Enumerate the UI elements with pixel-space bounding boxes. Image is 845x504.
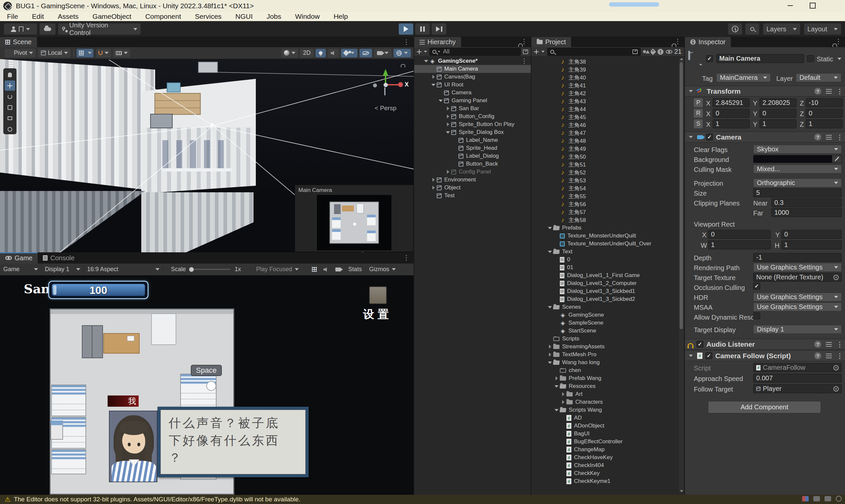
hierarchy-item-disabled[interactable]: Config Panel xyxy=(414,168,531,176)
snap-toggle[interactable] xyxy=(96,49,111,57)
rect-tool[interactable] xyxy=(5,113,15,123)
game-view-dropdown[interactable]: Game xyxy=(0,264,41,275)
lighting-toggle[interactable] xyxy=(316,49,326,57)
expand-arrow[interactable] xyxy=(423,60,429,62)
hierarchy-item[interactable]: Canvas(Bag xyxy=(414,73,531,81)
settings-button[interactable] xyxy=(369,286,387,304)
hierarchy-item[interactable]: Button_Back xyxy=(414,160,531,168)
status-icon-progress[interactable] xyxy=(825,496,831,501)
tab-console[interactable]: Console xyxy=(38,252,80,264)
scale-tool[interactable] xyxy=(5,102,15,112)
project-item[interactable]: #AD xyxy=(531,414,679,422)
scene-menu-kebab-icon[interactable]: ⋮ xyxy=(403,39,410,45)
hierarchy-item[interactable]: Gaming Panel xyxy=(414,97,531,105)
hierarchy-item[interactable]: UI Root xyxy=(414,81,531,89)
version-control-button[interactable]: Unity Version Control xyxy=(58,23,141,35)
presets-icon[interactable] xyxy=(826,89,832,94)
step-button[interactable] xyxy=(432,23,446,35)
expand-arrow[interactable] xyxy=(445,131,451,133)
project-item[interactable]: ♪主角51 xyxy=(531,161,679,168)
position-y-field[interactable]: 2.208025 xyxy=(759,98,796,107)
maximize-button[interactable] xyxy=(804,0,821,11)
scene-options-kebab-icon[interactable]: ⋮ xyxy=(521,58,527,64)
project-item[interactable]: #CheckKey xyxy=(531,469,679,477)
expand-arrow[interactable] xyxy=(445,170,451,174)
gameobject-big-icon[interactable] xyxy=(688,52,703,66)
tab-inspector[interactable]: Inspector xyxy=(685,37,731,47)
rotate-tool[interactable] xyxy=(5,91,15,102)
audio-listener-header[interactable]: ✓ Audio Listener ?⋮ xyxy=(685,339,845,349)
add-gameobject-button[interactable] xyxy=(417,50,422,54)
project-folder[interactable]: TextMesh Pro xyxy=(531,350,679,359)
scale-slider-knob[interactable] xyxy=(189,267,194,272)
eyedropper-button[interactable] xyxy=(832,155,841,163)
shading-mode-dropdown[interactable] xyxy=(281,49,298,57)
play-focused-dropdown[interactable]: Play Focused xyxy=(256,266,299,273)
expand-arrow[interactable] xyxy=(445,122,451,126)
stats-button[interactable]: Stats xyxy=(348,266,362,273)
project-item[interactable]: Texture_MonsterUnderQuilt xyxy=(531,232,679,240)
hierarchy-item[interactable]: Test xyxy=(414,192,531,200)
near-field[interactable]: 0.3 xyxy=(771,198,842,207)
foldout-arrow[interactable] xyxy=(688,355,694,357)
project-item[interactable]: ♪主角58 xyxy=(531,216,679,224)
script-enabled-checkbox[interactable]: ✓ xyxy=(705,352,712,359)
camera-header[interactable]: ✓ Camera ?⋮ xyxy=(685,132,845,143)
project-item[interactable]: ♪主角40 xyxy=(531,74,679,82)
project-item[interactable]: ♪主角42 xyxy=(531,89,679,97)
project-folder[interactable]: Text xyxy=(531,248,679,256)
expand-arrow[interactable] xyxy=(553,385,560,388)
add-asset-button[interactable] xyxy=(534,50,539,54)
viewport-x-field[interactable]: 0 xyxy=(708,230,771,239)
viewport-h-field[interactable]: 1 xyxy=(781,240,842,249)
hierarchy-item[interactable]: Sprite_Button On Play xyxy=(414,120,531,128)
add-component-button[interactable]: Add Component xyxy=(708,401,821,413)
layers-dropdown[interactable]: Layers xyxy=(763,23,800,35)
open-search-window-icon[interactable] xyxy=(632,50,638,54)
tab-hierarchy[interactable]: Hierarchy xyxy=(414,37,461,47)
hierarchy-item[interactable]: Button_Config xyxy=(414,112,531,120)
project-search-input[interactable] xyxy=(547,48,641,56)
tab-project[interactable]: Project xyxy=(531,37,571,47)
kebab-icon[interactable]: ⋮ xyxy=(837,353,843,359)
expand-arrow[interactable] xyxy=(430,178,437,182)
scale-y-field[interactable]: 1 xyxy=(759,120,796,128)
visible-count[interactable]: 21 xyxy=(666,48,682,55)
culling-mask-dropdown[interactable]: Mixed... xyxy=(753,165,842,174)
local-toggle[interactable]: Local xyxy=(38,49,71,57)
project-folder[interactable]: Prefabs xyxy=(531,224,679,232)
orientation-gizmo[interactable]: X xyxy=(363,62,412,109)
project-folder[interactable]: Scripts Wang xyxy=(531,406,679,414)
pivot-toggle[interactable]: Pivot xyxy=(5,49,36,57)
hierarchy-search-input[interactable]: All xyxy=(429,48,521,56)
expand-arrow[interactable] xyxy=(553,409,560,411)
status-icon-controller[interactable] xyxy=(802,496,809,501)
project-folder[interactable]: Scripts xyxy=(531,335,679,343)
project-folder[interactable]: Characters xyxy=(531,398,679,406)
project-folder[interactable]: Art xyxy=(531,390,679,398)
project-item[interactable]: #ADonObject xyxy=(531,422,679,430)
project-item[interactable]: #BugEffectController xyxy=(531,438,679,446)
follow-target-field[interactable]: Player xyxy=(753,384,842,393)
hierarchy-item[interactable]: Object xyxy=(414,184,531,192)
gizmos-dropdown[interactable]: Gizmos xyxy=(369,266,396,273)
tab-scene[interactable]: Scene xyxy=(0,37,37,47)
gameobject-name-field[interactable]: Main Camera xyxy=(716,54,804,63)
camera-follow-header[interactable]: # ✓ Camera Follow (Script) ?⋮ xyxy=(685,350,845,361)
scroll-down-arrow[interactable] xyxy=(680,490,683,492)
scale-z-field[interactable]: 1 xyxy=(806,120,843,128)
expand-arrow[interactable] xyxy=(547,306,553,308)
audio-toggle[interactable] xyxy=(328,49,339,57)
scale-x-field[interactable]: 1 xyxy=(712,120,750,128)
project-item[interactable]: ◈GamingScene xyxy=(531,311,679,319)
hierarchy-item-scene-root[interactable]: ◈GamingScene*⋮ xyxy=(414,57,531,65)
help-icon[interactable]: ? xyxy=(814,352,821,359)
expand-window-icon[interactable] xyxy=(523,50,528,54)
status-bar[interactable]: ⚠ The Editor does not support 32-bit plu… xyxy=(0,495,845,504)
game-menu-kebab-icon[interactable]: ⋮ xyxy=(403,254,410,261)
project-item[interactable]: Dialog_Level1_1_First Game xyxy=(531,271,679,280)
hdr-dropdown[interactable]: Use Graphics Settings xyxy=(753,292,842,302)
menu-gameobject[interactable]: GameObject xyxy=(86,13,138,20)
effects-toggle[interactable] xyxy=(341,49,357,57)
script-field[interactable]: #CameraFollow xyxy=(753,363,842,372)
